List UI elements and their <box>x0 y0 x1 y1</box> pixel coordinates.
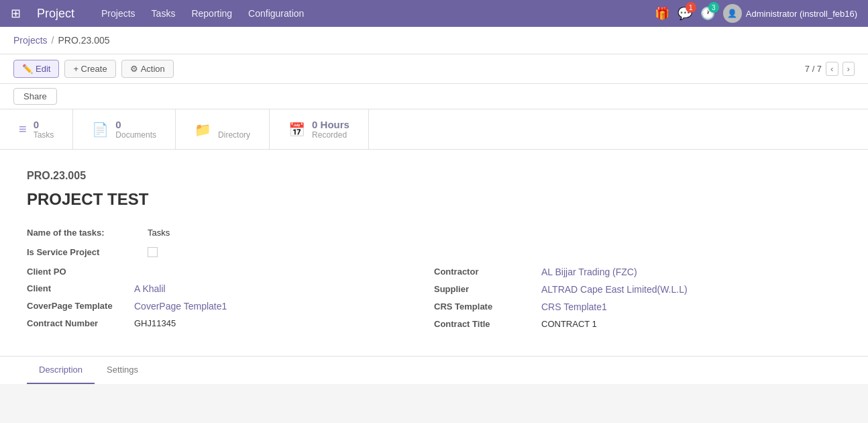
contract-number-label: Contract Number <box>27 318 134 328</box>
share-button[interactable]: Share <box>13 88 57 105</box>
next-page-button[interactable]: › <box>843 62 855 76</box>
directory-count <box>218 119 250 130</box>
app-title: Project <box>37 7 74 21</box>
contractor-row: Contractor AL Bijjar Trading (FZC) <box>434 267 841 277</box>
right-fields: Contractor AL Bijjar Trading (FZC) Suppl… <box>434 267 841 336</box>
breadcrumb-parent[interactable]: Projects <box>13 35 48 46</box>
tasks-icon: ≡ <box>19 122 27 137</box>
supplier-value[interactable]: ALTRAD Cape East Limited(W.L.L) <box>541 284 688 295</box>
edit-button[interactable]: ✏️ Edit <box>13 60 59 78</box>
contract-title-row: Contract Title CONTRACT 1 <box>434 319 841 329</box>
documents-count: 0 <box>115 119 156 130</box>
toolbar: ✏️ Edit + Create ⚙ Action 7 / 7 ‹ › <box>0 54 868 84</box>
breadcrumb: Projects / PRO.23.005 <box>0 27 868 54</box>
main-content: PRO.23.005 PROJECT TEST Name of the task… <box>0 150 868 356</box>
hours-label: Recorded <box>312 130 349 140</box>
clock-icon-btn[interactable]: 🕐 3 <box>700 6 715 21</box>
documents-label: Documents <box>115 130 156 140</box>
tab-directory[interactable]: 📁 Directory <box>176 109 270 149</box>
action-gear-icon: ⚙ <box>130 64 138 74</box>
coverpage-row: CoverPage Template CoverPage Template1 <box>27 301 434 312</box>
crs-template-label: CRS Template <box>434 301 541 312</box>
contract-title-value: CONTRACT 1 <box>541 319 597 329</box>
avatar-circle: 👤 <box>723 4 742 23</box>
nav-tasks[interactable]: Tasks <box>152 8 176 19</box>
tab-hours[interactable]: 📅 0 Hours Recorded <box>270 109 369 149</box>
tasks-label: Tasks <box>34 130 54 140</box>
fields-grid: Client PO Client A Khalil CoverPage Temp… <box>27 267 841 336</box>
tab-description[interactable]: Description <box>27 357 95 384</box>
nav-projects[interactable]: Projects <box>101 8 135 19</box>
coverpage-value[interactable]: CoverPage Template1 <box>134 301 227 312</box>
share-bar: Share <box>0 84 868 109</box>
nav-configuration[interactable]: Configuration <box>248 8 304 19</box>
grid-icon[interactable]: ⊞ <box>11 6 21 21</box>
client-row: Client A Khalil <box>27 283 434 294</box>
nav-reporting[interactable]: Reporting <box>191 8 232 19</box>
top-navigation: ⊞ Project Projects Tasks Reporting Confi… <box>0 0 868 27</box>
directory-icon: 📁 <box>195 122 211 138</box>
client-po-label: Client PO <box>27 267 134 277</box>
is-service-label: Is Service Project <box>27 247 148 257</box>
topbar-right: 🎁 💬 1 🕐 3 👤 Administrator (instroll_feb1… <box>655 4 857 23</box>
pagination: 7 / 7 ‹ › <box>805 62 855 76</box>
breadcrumb-separator: / <box>52 35 54 46</box>
contract-number-row: Contract Number GHJ11345 <box>27 318 434 328</box>
crs-template-row: CRS Template CRS Template1 <box>434 301 841 312</box>
tab-documents[interactable]: 📄 0 Documents <box>73 109 176 149</box>
tab-settings[interactable]: Settings <box>95 357 150 384</box>
create-label: + Create <box>73 64 107 74</box>
client-po-row: Client PO <box>27 267 434 277</box>
name-of-tasks-value: Tasks <box>148 228 170 238</box>
user-label: Administrator (instroll_feb16) <box>746 9 857 19</box>
client-value[interactable]: A Khalil <box>134 283 166 294</box>
nav-menu: Projects Tasks Reporting Configuration <box>101 8 641 19</box>
project-name: PROJECT TEST <box>27 190 841 209</box>
contract-number-value: GHJ11345 <box>134 318 176 328</box>
contract-title-label: Contract Title <box>434 319 541 329</box>
clock-badge: 3 <box>708 2 719 13</box>
user-avatar[interactable]: 👤 Administrator (instroll_feb16) <box>723 4 857 23</box>
supplier-label: Supplier <box>434 284 541 294</box>
edit-icon: ✏️ <box>22 64 33 74</box>
is-service-checkbox[interactable] <box>148 247 158 257</box>
breadcrumb-current: PRO.23.005 <box>58 35 109 46</box>
message-badge: 1 <box>686 2 696 13</box>
create-button[interactable]: + Create <box>64 60 115 78</box>
supplier-row: Supplier ALTRAD Cape East Limited(W.L.L) <box>434 284 841 295</box>
is-service-row: Is Service Project <box>27 247 841 257</box>
client-label: Client <box>27 283 134 293</box>
contractor-value[interactable]: AL Bijjar Trading (FZC) <box>541 267 637 277</box>
tasks-count: 0 <box>34 119 54 130</box>
crs-template-value[interactable]: CRS Template1 <box>541 301 607 312</box>
gift-icon-btn[interactable]: 🎁 <box>655 6 669 21</box>
tab-tasks[interactable]: ≡ 0 Tasks <box>0 109 73 149</box>
directory-label: Directory <box>218 130 250 140</box>
contractor-label: Contractor <box>434 267 541 277</box>
bottom-tabs: Description Settings <box>0 356 868 384</box>
message-icon-btn[interactable]: 💬 1 <box>677 6 692 21</box>
documents-icon: 📄 <box>92 122 109 138</box>
left-fields: Client PO Client A Khalil CoverPage Temp… <box>27 267 434 336</box>
coverpage-label: CoverPage Template <box>27 301 134 311</box>
project-id: PRO.23.005 <box>27 170 841 182</box>
name-of-tasks-label: Name of the tasks: <box>27 228 148 238</box>
name-of-tasks-row: Name of the tasks: Tasks <box>27 228 841 238</box>
content-wrapper: ≡ 0 Tasks 📄 0 Documents 📁 Directory 📅 0 … <box>0 109 868 384</box>
hours-count: 0 Hours <box>312 119 349 130</box>
action-button[interactable]: ⚙ Action <box>121 60 174 78</box>
prev-page-button[interactable]: ‹ <box>826 62 838 76</box>
pagination-text: 7 / 7 <box>805 64 822 74</box>
gift-icon: 🎁 <box>655 7 669 20</box>
hours-icon: 📅 <box>288 122 305 138</box>
stats-tabs: ≡ 0 Tasks 📄 0 Documents 📁 Directory 📅 0 … <box>0 109 868 150</box>
